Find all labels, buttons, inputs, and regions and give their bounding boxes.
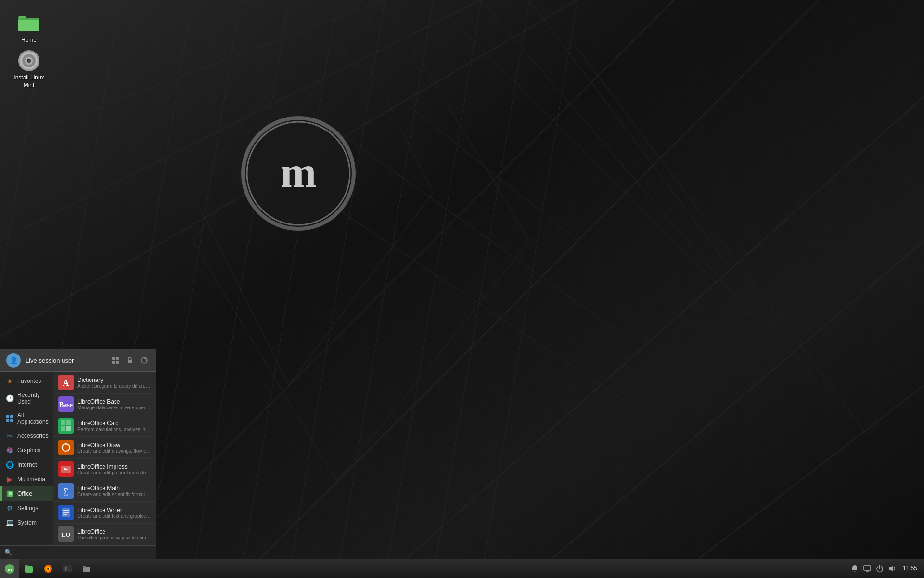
svg-rect-50 — [6, 415, 9, 418]
all-apps-icon — [6, 415, 13, 422]
taskbar-folder-button[interactable] — [78, 559, 95, 578]
svg-line-28 — [578, 48, 866, 434]
lo-math-app-icon: ∑ — [58, 483, 74, 499]
svg-rect-43 — [112, 357, 115, 360]
taskbar-terminal-button[interactable]: $_ — [59, 559, 76, 578]
mint-logo: m — [236, 111, 361, 236]
apps-list: A Dictionary A client program to query d… — [53, 372, 156, 545]
sidebar-item-settings[interactable]: ⚙ Settings — [0, 501, 53, 515]
sidebar-item-accessories[interactable]: ✂ Accessories — [0, 429, 53, 443]
taskbar-firefox-button[interactable] — [39, 559, 57, 578]
app-item-lo-impress[interactable]: LibreOffice Impress Create and edit pres… — [53, 459, 156, 480]
logout-button[interactable] — [139, 355, 150, 366]
svg-text:∑: ∑ — [63, 487, 68, 496]
start-menu: 👤 Live session user ★ Favorites — [0, 349, 156, 559]
app-item-libreoffice[interactable]: LO LibreOffice The office productivity s… — [53, 524, 156, 545]
system-clock[interactable]: 11:55 — [900, 565, 920, 573]
notification-bell-icon[interactable] — [850, 564, 860, 574]
svg-rect-36 — [18, 18, 39, 20]
svg-rect-46 — [116, 361, 119, 364]
recently-used-icon: 🕐 — [6, 394, 13, 402]
sidebar-item-internet[interactable]: 🌐 Internet — [0, 458, 53, 472]
libreoffice-app-icon: LO — [58, 526, 74, 542]
username-label: Live session user — [26, 357, 105, 364]
lo-impress-app-text: LibreOffice Impress Create and edit pres… — [77, 463, 151, 475]
software-manager-button[interactable] — [110, 355, 121, 366]
sidebar-item-system[interactable]: 💻 System — [0, 515, 53, 530]
internet-icon: 🌐 — [6, 461, 13, 469]
svg-marker-21 — [192, 0, 529, 482]
install-dvd-icon — [17, 49, 40, 72]
lo-impress-desc: Create and edit presentations for slides… — [77, 470, 151, 475]
search-input[interactable] — [15, 549, 152, 556]
libreoffice-name: LibreOffice — [77, 528, 151, 535]
display-icon[interactable] — [862, 564, 872, 574]
install-icon-label: Install Linux Mint — [13, 74, 44, 89]
svg-line-27 — [529, 0, 818, 385]
lo-draw-app-text: LibreOffice Draw Create and edit drawing… — [77, 442, 151, 454]
power-icon[interactable] — [875, 564, 885, 574]
dictionary-app-text: Dictionary A client program to query dif… — [77, 377, 151, 389]
multimedia-label: Multimedia — [17, 476, 45, 483]
lo-math-desc: Create and edit scientific formulas and … — [77, 492, 151, 497]
svg-rect-47 — [128, 360, 132, 363]
menu-body: ★ Favorites 🕐 Recently Used All Applicat… — [0, 372, 156, 545]
app-item-lo-math[interactable]: ∑ LibreOffice Math Create and edit scien… — [53, 480, 156, 502]
svg-line-17 — [385, 96, 924, 578]
start-button[interactable]: m — [0, 559, 19, 578]
svg-rect-45 — [112, 361, 115, 364]
menu-sidebar: ★ Favorites 🕐 Recently Used All Applicat… — [0, 372, 53, 545]
app-item-lo-base[interactable]: Base LibreOffice Base Manage databases, … — [53, 394, 156, 415]
svg-rect-97 — [83, 566, 86, 568]
svg-line-8 — [337, 0, 433, 578]
svg-rect-71 — [66, 426, 71, 431]
taskbar-left: m $_ — [0, 559, 96, 578]
sidebar-item-all-applications[interactable]: All Applications — [0, 408, 53, 429]
sidebar-item-graphics[interactable]: Graphics — [0, 443, 53, 458]
desktop-icon-install[interactable]: Install Linux Mint — [10, 47, 48, 91]
app-item-lo-calc[interactable]: LibreOffice Calc Perform calculations, a… — [53, 415, 156, 437]
app-item-dictionary[interactable]: A Dictionary A client program to query d… — [53, 372, 156, 394]
libreoffice-app-text: LibreOffice The office productivity suit… — [77, 528, 151, 540]
sidebar-item-multimedia[interactable]: ▶ Multimedia — [0, 472, 53, 486]
volume-icon[interactable] — [887, 564, 897, 574]
office-label: Office — [17, 490, 32, 497]
svg-text:LO: LO — [62, 531, 71, 538]
lo-writer-app-text: LibreOffice Writer Create and edit text … — [77, 507, 151, 519]
taskbar-files-button[interactable] — [20, 559, 38, 578]
app-item-lo-draw[interactable]: LibreOffice Draw Create and edit drawing… — [53, 437, 156, 459]
svg-point-55 — [7, 449, 9, 451]
desktop-icon-home[interactable]: Home — [10, 10, 48, 46]
lo-impress-app-icon — [58, 461, 74, 477]
menu-search-bar: 🔍 — [0, 545, 156, 559]
user-avatar: 👤 — [6, 353, 21, 368]
svg-line-10 — [433, 0, 529, 578]
svg-line-25 — [433, 0, 722, 289]
home-icon-label: Home — [21, 37, 37, 44]
dictionary-app-icon: A — [58, 375, 74, 390]
recently-used-label: Recently Used — [17, 392, 49, 405]
lo-writer-app-icon — [58, 505, 74, 520]
libreoffice-desc: The office productivity suite compatible… — [77, 535, 151, 540]
sidebar-item-favorites[interactable]: ★ Favorites — [0, 374, 53, 388]
settings-icon: ⚙ — [6, 504, 13, 512]
favorites-icon: ★ — [6, 377, 13, 385]
sidebar-item-recently-used[interactable]: 🕐 Recently Used — [0, 388, 53, 408]
sidebar-item-office[interactable]: Office — [0, 486, 53, 501]
svg-rect-53 — [10, 419, 13, 422]
lo-base-app-icon: Base — [58, 396, 74, 412]
svg-line-18 — [529, 241, 924, 578]
lo-base-app-text: LibreOffice Base Manage databases, creat… — [77, 398, 151, 410]
svg-text:Base: Base — [59, 401, 73, 408]
graphics-label: Graphics — [17, 447, 40, 454]
svg-line-19 — [674, 385, 924, 578]
lock-screen-button[interactable] — [124, 355, 136, 366]
lo-draw-name: LibreOffice Draw — [77, 442, 151, 448]
multimedia-icon: ▶ — [6, 475, 13, 483]
svg-rect-90 — [25, 565, 28, 567]
svg-line-5 — [192, 0, 289, 578]
app-item-lo-writer[interactable]: LibreOffice Writer Create and edit text … — [53, 502, 156, 524]
svg-rect-35 — [18, 19, 39, 31]
svg-rect-51 — [10, 415, 13, 418]
svg-line-22 — [337, 48, 578, 241]
